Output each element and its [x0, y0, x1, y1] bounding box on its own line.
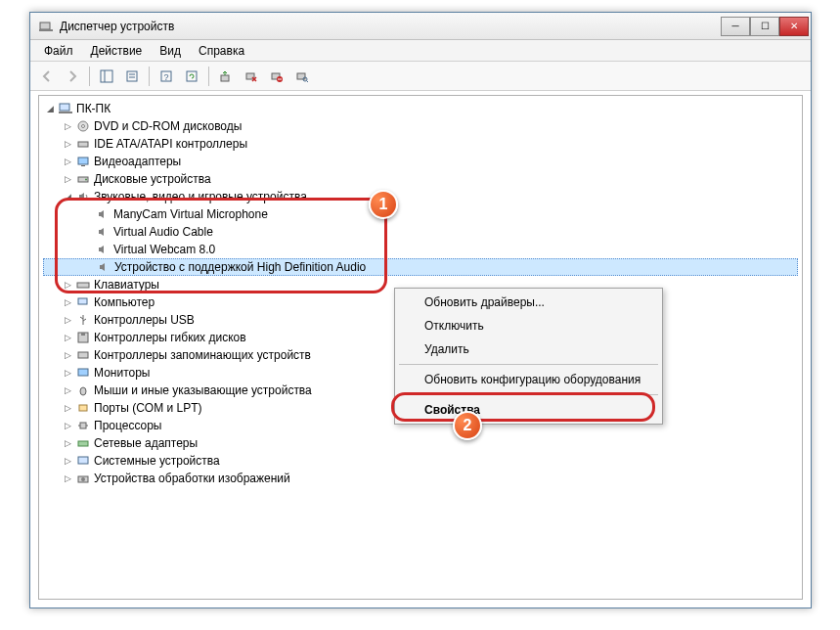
ctx-delete[interactable]: Удалить	[397, 338, 660, 361]
tree-label: Компьютер	[94, 295, 155, 309]
help-button[interactable]: ?	[155, 66, 177, 87]
annotation-badge-2: 2	[453, 411, 482, 440]
refresh-button[interactable]	[181, 66, 202, 87]
svg-rect-19	[59, 112, 72, 113]
system-icon	[75, 453, 91, 469]
tree-label: Контроллеры гибких дисков	[94, 331, 246, 344]
expand-icon[interactable]: ▷	[63, 333, 72, 342]
computer-icon	[58, 101, 73, 116]
tree-node-manycam[interactable]: ManyCam Virtual Microphone	[43, 205, 798, 223]
speaker-icon	[95, 206, 111, 222]
close-button[interactable]: ✕	[779, 17, 809, 36]
menu-file[interactable]: Файл	[36, 42, 81, 60]
tree-root[interactable]: ◢ ПК-ПК	[43, 100, 798, 117]
ctx-properties[interactable]: Свойства	[397, 398, 660, 422]
collapse-icon[interactable]: ◢	[45, 104, 55, 113]
svg-rect-32	[78, 369, 88, 376]
tree-label: Virtual Audio Cable	[113, 225, 213, 239]
port-icon	[75, 400, 91, 416]
window-title: Диспетчер устройств	[60, 20, 721, 33]
tree-node-system[interactable]: ▷Системные устройства	[43, 452, 798, 470]
expand-icon[interactable]: ▷	[63, 456, 72, 466]
forward-button[interactable]	[62, 66, 83, 87]
cpu-icon	[75, 418, 91, 433]
ctx-scan-hardware[interactable]: Обновить конфигурацию оборудования	[397, 368, 660, 391]
svg-rect-27	[77, 283, 89, 288]
svg-rect-23	[78, 158, 88, 164]
svg-rect-38	[78, 441, 88, 446]
tree-node-webcam[interactable]: Virtual Webcam 8.0	[43, 241, 798, 258]
ctx-separator	[399, 394, 658, 395]
expand-icon[interactable]: ▷	[63, 438, 72, 448]
tree-label: Видеоадаптеры	[94, 155, 181, 168]
tree-label: Контроллеры USB	[94, 313, 195, 327]
tree-label: Сетевые адаптеры	[94, 436, 198, 450]
disc-icon	[75, 118, 91, 134]
svg-rect-35	[80, 423, 86, 428]
expand-icon[interactable]: ▷	[63, 385, 72, 395]
toolbar-separator	[208, 67, 209, 86]
toolbar-separator	[89, 67, 90, 86]
show-hide-tree-button[interactable]	[96, 66, 117, 87]
expand-icon[interactable]: ▷	[63, 315, 72, 325]
tree-label: Устройство с поддержкой High Definition …	[114, 260, 366, 274]
expand-icon[interactable]: ▷	[63, 280, 72, 290]
ctx-disable[interactable]: Отключить	[397, 314, 660, 338]
tree-node-net[interactable]: ▷Сетевые адаптеры	[43, 434, 798, 452]
back-button[interactable]	[36, 66, 58, 87]
camera-icon	[75, 471, 91, 486]
tree-node-imaging[interactable]: ▷Устройства обработки изображений	[43, 470, 798, 487]
tree-label: IDE ATA/ATAPI контроллеры	[94, 137, 247, 151]
menu-action[interactable]: Действие	[83, 42, 151, 60]
expand-icon[interactable]: ▷	[63, 139, 72, 149]
uninstall-button[interactable]	[266, 66, 287, 87]
tree-node-dvd[interactable]: ▷DVD и CD-ROM дисководы	[43, 117, 798, 135]
svg-rect-10	[221, 75, 229, 81]
tree-node-hda[interactable]: Устройство с поддержкой High Definition …	[43, 258, 798, 276]
expand-icon[interactable]: ▷	[63, 421, 72, 430]
storage-icon	[75, 347, 91, 363]
menu-view[interactable]: Вид	[152, 42, 189, 60]
update-driver-button[interactable]	[215, 66, 237, 87]
expand-icon[interactable]: ▷	[63, 473, 72, 483]
expand-icon[interactable]: ▷	[63, 368, 72, 378]
toolbar: ?	[30, 62, 811, 91]
svg-text:?: ?	[163, 72, 168, 82]
svg-rect-34	[79, 405, 87, 411]
expand-icon[interactable]: ▷	[63, 121, 72, 131]
tree-node-ide[interactable]: ▷IDE ATA/ATAPI контроллеры	[43, 135, 798, 153]
menu-help[interactable]: Справка	[191, 42, 252, 60]
expand-icon[interactable]: ▷	[63, 350, 72, 360]
minimize-button[interactable]: ─	[721, 17, 750, 36]
svg-rect-28	[78, 298, 87, 304]
ctx-update-drivers[interactable]: Обновить драйверы...	[397, 291, 660, 314]
speaker-icon	[95, 224, 111, 240]
expand-icon[interactable]: ▷	[63, 174, 72, 184]
svg-rect-1	[39, 29, 53, 31]
drive-icon	[75, 171, 91, 187]
network-icon	[75, 435, 91, 451]
svg-rect-0	[40, 22, 50, 29]
tree-label: Контроллеры запоминающих устройств	[94, 348, 311, 362]
collapse-icon[interactable]: ◢	[63, 192, 72, 202]
expand-icon[interactable]: ▷	[63, 403, 72, 413]
tree-node-video[interactable]: ▷Видеоадаптеры	[43, 153, 798, 170]
svg-point-21	[82, 125, 85, 128]
expand-icon[interactable]: ▷	[63, 157, 72, 166]
app-icon	[38, 19, 54, 34]
speaker-icon	[75, 189, 91, 204]
tree-label: Системные устройства	[94, 454, 220, 468]
tree-label: Порты (COM и LPT)	[94, 401, 202, 415]
titlebar: Диспетчер устройств ─ ☐ ✕	[30, 13, 811, 40]
tree-label: Мыши и иные указывающие устройства	[94, 383, 312, 397]
disable-button[interactable]	[241, 66, 262, 87]
properties-button[interactable]	[121, 66, 143, 87]
svg-point-26	[85, 179, 87, 181]
tree-node-disk[interactable]: ▷Дисковые устройства	[43, 170, 798, 188]
tree-node-sound[interactable]: ◢Звуковые, видео и игровые устройства	[43, 188, 798, 205]
scan-hardware-button[interactable]	[291, 66, 313, 87]
expand-icon[interactable]: ▷	[63, 297, 72, 307]
tree-node-vac[interactable]: Virtual Audio Cable	[43, 223, 798, 241]
maximize-button[interactable]: ☐	[750, 17, 779, 36]
floppy-icon	[75, 330, 91, 345]
